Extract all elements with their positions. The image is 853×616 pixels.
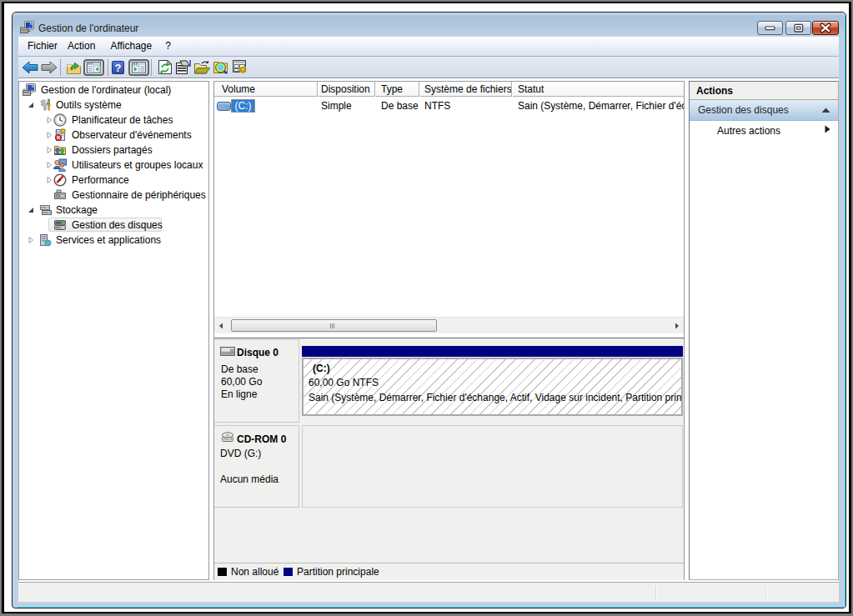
svg-text:?: ?: [115, 62, 122, 74]
